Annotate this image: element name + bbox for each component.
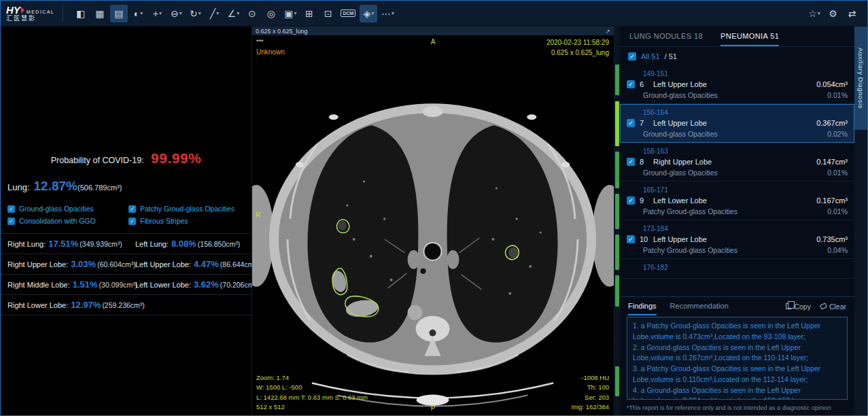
tool-icon: ╱: [210, 9, 215, 18]
more-tools-icon[interactable]: ⋯ ▾: [379, 5, 396, 22]
stat-cell-right: [135, 300, 251, 310]
ct-slice-graphic: [252, 35, 614, 415]
nodule-list-item[interactable]: 149-151 ✓ 6 Left Upper Lobe 0.054cm³ Gro…: [620, 65, 854, 104]
slice-range: 176-182: [643, 264, 848, 271]
probe-icon[interactable]: ◎: [262, 5, 280, 22]
pan-icon[interactable]: + ▾: [148, 5, 166, 22]
nodule-checkbox[interactable]: ✓: [627, 196, 635, 205]
viewport-titlebar: 0.625 x 0.625_lung ↗: [252, 27, 614, 35]
lesion-type-label: Consolidation with GGO: [19, 217, 96, 225]
clear-button[interactable]: Clear: [820, 302, 846, 311]
lesion-type-checkbox[interactable]: ✓ Ground-glass Opacities: [7, 205, 128, 213]
stat-volume: (60.604cm³): [97, 260, 136, 268]
nodule-list-item[interactable]: 158-163 ✓ 8 Right Upper Lobe 0.147cm³ Gr…: [620, 143, 854, 181]
transfer-icon[interactable]: ⇄: [844, 5, 861, 22]
nodule-list-item[interactable]: 173-184 ✓ 10 Left Upper Lobe 0.735cm³ Pa…: [620, 220, 854, 259]
checkbox-checked-icon[interactable]: ✓: [7, 205, 15, 213]
findings-text-box[interactable]: 1. a Patchy Groud-glass Opacities is see…: [627, 317, 848, 400]
popout-icon[interactable]: ↗: [605, 28, 610, 35]
dicom-export-icon[interactable]: DCM: [338, 5, 358, 22]
stat-percent: 3.62%: [194, 279, 219, 290]
series-title: 0.625 x 0.625_lung: [256, 28, 308, 35]
slice-range: 149-151: [643, 70, 848, 77]
covid-analysis-panel: Probability of COVID-19: 99.99% Lung: 12…: [1, 27, 252, 415]
nodule-volume: 0.147cm³: [816, 158, 848, 166]
lesion-position-scrollbar: [614, 27, 620, 415]
zoom-out-icon[interactable]: ⊖ ▾: [167, 5, 185, 22]
annotation-icon[interactable]: ⊞: [300, 5, 318, 22]
lesion-scrollbar-segment[interactable]: [615, 275, 619, 307]
nodule-number: 9: [640, 196, 648, 205]
nodule-list-item[interactable]: 156-164 ✓ 7 Left Upper Lobe 0.367cm³ Gro…: [620, 104, 854, 143]
mpr-3d-icon[interactable]: ▣ ▾: [281, 5, 299, 22]
nodule-number: 6: [640, 80, 648, 88]
angle-measure-icon[interactable]: ∠ ▾: [224, 5, 242, 22]
nodule-checkbox[interactable]: ✓: [627, 235, 635, 243]
nodule-list-item[interactable]: 165-171 ✓ 9 Left Lower Lobe 0.167cm³ Pat…: [620, 181, 854, 220]
checkbox-checked-icon[interactable]: ✓: [128, 205, 136, 213]
stat-label: Right Lung:: [7, 240, 46, 248]
lesion-scrollbar-segment[interactable]: [615, 152, 619, 188]
nodule-checkbox[interactable]: ✓: [627, 119, 635, 127]
lesion-tabs: LUNG NODULES 18 PNEUMONIA 51: [620, 27, 854, 47]
lesion-scrollbar-segment-active[interactable]: [615, 101, 619, 146]
window-level-icon[interactable]: ◐ ▾: [129, 5, 147, 22]
nodule-checkbox[interactable]: ✓: [627, 80, 635, 88]
lesion-type-checkbox[interactable]: ✓ Patchy Groud-glass Opacities: [128, 205, 251, 213]
chevron-down-icon: ▾: [179, 10, 182, 16]
lesion-type-checkbox[interactable]: ✓ Consolidation with GGO: [7, 217, 128, 225]
findings-header: Findings Recommendation Copy Clear: [620, 297, 854, 315]
tab-recommendation[interactable]: Recommendation: [670, 297, 729, 315]
lesion-scrollbar-segment[interactable]: [615, 65, 619, 95]
copy-button[interactable]: Copy: [786, 302, 811, 311]
tab-findings[interactable]: Findings: [628, 297, 657, 315]
select-all-row[interactable]: ✓ All 51 / 51: [620, 47, 854, 65]
favorites-star-icon[interactable]: ☆ ▾: [805, 5, 823, 22]
stat-cell-left: Right Upper Lobe: 3.03% (60.604cm³): [7, 259, 135, 269]
lung-percent: 12.87%: [34, 179, 77, 194]
magnifier-icon[interactable]: ⊙: [243, 5, 261, 22]
chevron-down-icon: ▾: [392, 10, 394, 16]
stat-cell-right: Left Lung: 8.08% (156.850cm³): [135, 239, 251, 249]
line-measure-icon[interactable]: ╱ ▾: [205, 5, 223, 22]
logo-hy: HY: [6, 5, 24, 16]
layout-single-icon[interactable]: ◧: [72, 5, 90, 22]
slice-range: 156-164: [643, 109, 848, 116]
tab-pneumonia[interactable]: PNEUMONIA 51: [721, 27, 779, 46]
tool-icon: ∠: [228, 9, 237, 18]
checkbox-checked-icon[interactable]: ✓: [128, 218, 136, 225]
tool-icon: ◎: [267, 9, 275, 18]
ct-viewport[interactable]: 0.625 x 0.625_lung ↗: [252, 27, 614, 415]
toolbar: HY MEDICAL 汇医慧影 ◧ ▦ ▤: [1, 1, 867, 27]
series-layers-icon[interactable]: ▤: [110, 5, 128, 22]
export-image-icon[interactable]: ⊡: [319, 5, 337, 22]
ct-axial-image[interactable]: *** Unknown 2020-02-23 11:58:29 0.625 x …: [252, 35, 614, 415]
tool-icon: ⚙: [829, 9, 837, 18]
tool-icon: +: [153, 9, 158, 18]
settings-gear-icon[interactable]: ⚙: [824, 5, 842, 22]
stat-volume: (86.644cm³): [220, 260, 252, 268]
chevron-down-icon: ▾: [237, 10, 239, 16]
lesion-type-checkbox[interactable]: ✓ Fibrous Stripes: [128, 217, 251, 225]
layout-grid-icon[interactable]: ▦: [91, 5, 109, 22]
lesion-scrollbar-segment[interactable]: [615, 235, 619, 270]
nodule-percent: 0.01%: [827, 207, 848, 215]
stat-percent: 1.51%: [73, 279, 98, 290]
tab-lung-nodules[interactable]: LUNG NODULES 18: [629, 27, 703, 46]
checkbox-checked-icon[interactable]: ✓: [628, 52, 636, 60]
nodule-list-item[interactable]: 176-182 ✓: [620, 259, 854, 279]
stat-cell-right: Left Lower Lobe: 3.62% (70.206cm³): [135, 279, 252, 290]
nodule-location: Left Upper Lobe: [653, 119, 812, 127]
lesion-scrollbar-segment[interactable]: [615, 194, 619, 229]
checkbox-checked-icon[interactable]: ✓: [7, 218, 15, 225]
tag-label-icon[interactable]: ◈ ▾: [360, 5, 377, 22]
lesion-scrollbar-segment[interactable]: [615, 366, 619, 396]
nodule-type: Patchy Groud-glass Opacities: [643, 207, 827, 215]
select-all-label: All 51: [641, 52, 660, 60]
rotate-icon[interactable]: ↻ ▾: [186, 5, 204, 22]
auxiliary-diagnosis-tab[interactable]: Auxiliary Diagnosis: [854, 27, 867, 130]
lesion-type-label: Fibrous Stripes: [140, 217, 188, 225]
app-window: HY MEDICAL 汇医慧影 ◧ ▦ ▤: [0, 0, 868, 416]
nodule-checkbox[interactable]: ✓: [627, 158, 635, 166]
tool-icon: ↻: [190, 9, 198, 18]
